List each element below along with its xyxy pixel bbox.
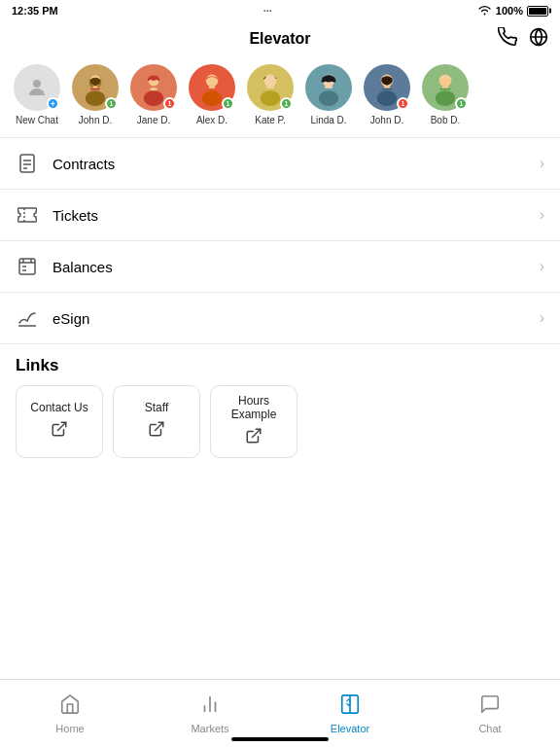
battery-icon — [527, 6, 548, 17]
svg-rect-6 — [93, 86, 98, 88]
link-card-staff[interactable]: Staff — [113, 385, 200, 458]
svg-point-26 — [436, 90, 456, 106]
status-dots: ··· — [263, 5, 272, 17]
avatar-wrap: 1 — [364, 64, 410, 111]
link-label-hours-example: Hours Example — [217, 394, 291, 421]
avatar-badge: 1 — [222, 97, 234, 110]
svg-point-22 — [377, 90, 398, 106]
external-link-icon — [51, 420, 68, 443]
contact-linda-d[interactable]: Linda D. — [303, 64, 354, 125]
avatar-wrap: 1 — [72, 64, 119, 111]
svg-rect-25 — [382, 89, 392, 90]
svg-point-15 — [261, 90, 281, 106]
top-nav: Elevator — [0, 21, 560, 56]
status-time: 12:35 PM — [12, 5, 58, 17]
menu-item-balances[interactable]: Balances › — [0, 241, 560, 293]
contact-bob-d[interactable]: 1 Bob D. — [420, 64, 471, 125]
menu-item-contracts[interactable]: Contracts › — [0, 138, 560, 190]
avatar-wrap — [305, 64, 352, 111]
chevron-right-icon: › — [540, 258, 544, 275]
link-label-staff: Staff — [145, 401, 168, 414]
avatar-badge: 1 — [455, 97, 468, 110]
home-icon — [59, 694, 81, 720]
contact-alex-d[interactable]: 1 Alex D. — [187, 64, 237, 125]
tab-bar: Home Markets Elevator C — [0, 679, 560, 747]
menu-item-label: eSign — [52, 310, 540, 327]
avatar-badge: 1 — [397, 97, 409, 110]
menu-item-esign[interactable]: eSign › — [0, 293, 560, 344]
svg-rect-18 — [266, 86, 274, 88]
elevator-icon — [339, 694, 361, 720]
contact-kate-p[interactable]: 1 Kate P. — [245, 64, 296, 125]
svg-rect-24 — [384, 86, 390, 88]
avatar-badge: 1 — [280, 97, 293, 110]
contact-name-new-chat: New Chat — [16, 115, 58, 125]
svg-point-4 — [86, 90, 106, 106]
svg-point-17 — [264, 75, 275, 86]
avatar-badge: 1 — [105, 97, 118, 110]
globe-icon[interactable] — [529, 27, 548, 52]
svg-rect-30 — [20, 155, 34, 172]
contact-new-chat[interactable]: + New Chat — [12, 64, 62, 125]
esign-icon — [16, 306, 39, 330]
svg-rect-29 — [439, 89, 450, 90]
contact-name: Kate P. — [255, 115, 286, 125]
new-chat-avatar: + — [14, 64, 60, 111]
avatar-badge: 1 — [163, 97, 176, 110]
avatar-wrap: 1 — [189, 64, 235, 111]
contact-name: Alex D. — [196, 115, 228, 125]
link-card-contact-us[interactable]: Contact Us — [16, 385, 103, 458]
menu-item-tickets[interactable]: Tickets › — [0, 190, 560, 241]
chevron-right-icon: › — [540, 155, 544, 172]
battery-percent: 100% — [496, 5, 523, 17]
svg-line-44 — [253, 429, 261, 437]
contact-jane-d[interactable]: 1 Jane D. — [128, 64, 179, 125]
svg-point-19 — [319, 90, 339, 106]
link-card-hours-example[interactable]: Hours Example — [210, 385, 298, 458]
chevron-right-icon: › — [540, 206, 544, 224]
chevron-right-icon: › — [540, 309, 544, 327]
link-label-contact-us: Contact Us — [30, 401, 88, 414]
tab-markets-label: Markets — [191, 723, 228, 734]
svg-line-43 — [156, 422, 163, 430]
tab-indicator — [231, 737, 329, 741]
nav-actions — [498, 27, 548, 52]
links-section: Links Contact Us Staff — [0, 344, 560, 466]
svg-rect-21 — [325, 86, 332, 88]
tab-chat[interactable]: Chat — [420, 680, 560, 747]
contact-name: Jane D. — [137, 115, 170, 125]
contact-john-d-2[interactable]: 1 John D. — [362, 64, 412, 125]
contact-name: Linda D. — [310, 115, 346, 125]
page-title: Elevator — [249, 30, 310, 48]
contact-name: Bob D. — [431, 115, 461, 125]
links-grid: Contact Us Staff Hours Example — [16, 385, 544, 458]
svg-rect-28 — [442, 86, 448, 88]
avatar-wrap: 1 — [247, 64, 294, 111]
svg-rect-14 — [209, 86, 215, 88]
contact-john-d-1[interactable]: 1 John D. — [70, 64, 121, 125]
tickets-icon — [16, 203, 39, 227]
status-right: 100% — [477, 5, 548, 18]
external-link-icon — [245, 427, 262, 449]
svg-rect-35 — [19, 259, 35, 274]
svg-line-42 — [58, 422, 66, 430]
tab-home[interactable]: Home — [0, 680, 140, 747]
avatar-circle — [305, 64, 352, 111]
new-chat-plus-icon: + — [47, 97, 59, 110]
svg-point-2 — [33, 80, 41, 88]
phone-icon[interactable] — [498, 27, 517, 52]
status-bar: 12:35 PM ··· 100% — [0, 0, 560, 21]
links-title: Links — [16, 356, 544, 375]
markets-icon — [199, 694, 221, 720]
balances-icon — [16, 255, 39, 278]
avatar-wrap: 1 — [130, 64, 177, 111]
contacts-row: + New Chat 1 John D. — [0, 56, 560, 133]
tab-chat-label: Chat — [478, 723, 501, 734]
avatar-wrap: 1 — [422, 64, 469, 111]
svg-point-12 — [202, 90, 223, 106]
menu-section: Contracts › Tickets › Balances › — [0, 137, 560, 344]
menu-item-label: Balances — [52, 259, 540, 275]
svg-point-9 — [144, 90, 164, 106]
menu-item-label: Tickets — [52, 207, 540, 224]
contact-name: John D. — [79, 115, 112, 125]
